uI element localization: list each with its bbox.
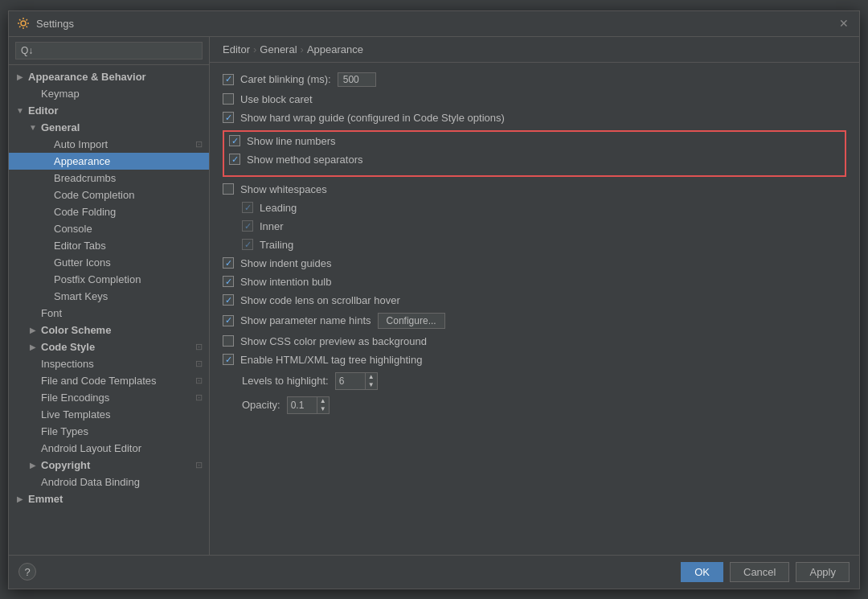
setting-row-show-param-hints: Show parameter name hintsConfigure... (223, 313, 846, 329)
checkbox-enable-html-xml[interactable] (223, 354, 234, 365)
sidebar-item-console[interactable]: Console (9, 220, 209, 237)
input-caret-blinking[interactable] (338, 72, 376, 87)
sidebar-item-file-types[interactable]: File Types (9, 423, 209, 440)
cancel-button[interactable]: Cancel (730, 562, 789, 582)
label-show-line-numbers: Show line numbers (247, 135, 336, 147)
label-opacity: Opacity: (242, 399, 280, 411)
sidebar-item-keymap[interactable]: Keymap (9, 85, 209, 102)
sidebar-item-android-layout-editor[interactable]: Android Layout Editor (9, 440, 209, 457)
sidebar-item-android-data-binding[interactable]: Android Data Binding (9, 474, 209, 490)
spinner-down-levels-to-highlight[interactable]: ▼ (366, 381, 377, 389)
label-show-intention-bulb: Show intention bulb (240, 276, 331, 288)
checkbox-inner[interactable] (242, 220, 253, 232)
sidebar-item-inspections[interactable]: Inspections⊡ (9, 355, 209, 372)
setting-row-use-block-caret: Use block caret (223, 93, 846, 105)
checkbox-show-line-numbers[interactable] (229, 135, 240, 146)
checkbox-show-code-lens[interactable] (223, 294, 234, 306)
spinner-btns-levels-to-highlight: ▲▼ (365, 373, 377, 389)
checkbox-caret-blinking[interactable] (223, 74, 234, 85)
sidebar-item-font[interactable]: Font (9, 305, 209, 322)
breadcrumb-general: General (260, 43, 297, 55)
sidebar-item-emmet[interactable]: ▶Emmet (9, 490, 209, 507)
sidebar-item-appearance-behavior[interactable]: ▶Appearance & Behavior (9, 68, 209, 85)
checkbox-leading[interactable] (242, 202, 253, 213)
sidebar-item-appearance[interactable]: Appearance (9, 153, 209, 170)
sidebar-item-label: Code Folding (54, 206, 116, 218)
checkbox-show-hard-wrap[interactable] (223, 112, 234, 123)
breadcrumb-appearance: Appearance (307, 43, 363, 55)
arrow-icon (41, 291, 51, 301)
spinner-input-opacity[interactable] (288, 399, 317, 412)
sidebar-item-live-templates[interactable]: Live Templates (9, 406, 209, 423)
ok-button[interactable]: OK (681, 562, 723, 582)
label-inner: Inner (260, 220, 284, 232)
sidebar-item-file-encodings[interactable]: File Encodings⊡ (9, 389, 209, 406)
arrow-icon (28, 443, 38, 453)
sidebar-item-editor[interactable]: ▼Editor (9, 102, 209, 119)
setting-row-show-indent-guides: Show indent guides (223, 257, 846, 269)
checkbox-show-intention-bulb[interactable] (223, 276, 234, 287)
sidebar-item-label: Auto Import (54, 138, 108, 150)
sidebar-item-code-completion[interactable]: Code Completion (9, 187, 209, 203)
sidebar-item-auto-import[interactable]: Auto Import⊡ (9, 136, 209, 153)
sidebar-item-code-folding[interactable]: Code Folding (9, 203, 209, 220)
setting-row-show-intention-bulb: Show intention bulb (223, 276, 846, 288)
checkbox-trailing[interactable] (242, 239, 253, 250)
sidebar-item-label: Android Layout Editor (41, 442, 141, 454)
spinner-input-levels-to-highlight[interactable] (336, 375, 365, 388)
sidebar-item-label: Android Data Binding (41, 476, 140, 488)
sidebar-item-postfix-completion[interactable]: Postfix Completion (9, 271, 209, 288)
label-show-code-lens: Show code lens on scrollbar hover (240, 294, 400, 306)
sidebar-item-label: Code Completion (54, 189, 134, 201)
checkbox-show-css-color[interactable] (223, 335, 234, 347)
search-box (9, 37, 209, 65)
sidebar-item-code-style[interactable]: ▶Code Style⊡ (9, 338, 209, 355)
configure-button[interactable]: Configure... (378, 313, 445, 329)
sidebar-item-editor-tabs[interactable]: Editor Tabs (9, 237, 209, 254)
arrow-icon (41, 139, 51, 149)
close-button[interactable]: ✕ (837, 16, 851, 31)
arrow-icon: ▶ (15, 72, 25, 81)
checkbox-show-method-separators[interactable] (229, 154, 240, 165)
sidebar-item-general[interactable]: ▼General (9, 119, 209, 136)
help-button[interactable]: ? (18, 563, 36, 581)
sidebar-item-color-scheme[interactable]: ▶Color Scheme (9, 322, 209, 338)
arrow-icon (28, 409, 38, 419)
search-input[interactable] (15, 42, 203, 59)
spinner-opacity: ▲▼ (287, 396, 330, 414)
checkbox-show-param-hints[interactable] (223, 315, 234, 326)
arrow-icon: ▼ (15, 105, 25, 115)
arrow-icon (41, 257, 51, 267)
spinner-btns-opacity: ▲▼ (317, 397, 329, 413)
sidebar-item-smart-keys[interactable]: Smart Keys (9, 288, 209, 305)
arrow-icon (28, 88, 38, 98)
setting-row-caret-blinking: Caret blinking (ms): (223, 72, 846, 87)
setting-row-leading: Leading (223, 202, 846, 214)
sidebar-item-label: Color Scheme (41, 324, 111, 336)
sidebar-item-copyright[interactable]: ▶Copyright⊡ (9, 457, 209, 474)
arrow-icon: ▶ (28, 460, 38, 470)
sidebar-item-label: File and Code Templates (41, 375, 157, 387)
spinner-up-levels-to-highlight[interactable]: ▲ (366, 373, 377, 381)
settings-panel: Caret blinking (ms):Use block caretShow … (210, 63, 859, 555)
sidebar-item-label: Smart Keys (54, 290, 108, 302)
sidebar-item-file-code-templates[interactable]: File and Code Templates⊡ (9, 372, 209, 389)
apply-button[interactable]: Apply (796, 562, 850, 582)
spinner-up-opacity[interactable]: ▲ (317, 397, 329, 405)
badge-icon: ⊡ (195, 359, 203, 369)
arrow-icon (28, 375, 38, 385)
checkbox-show-indent-guides[interactable] (223, 257, 234, 269)
title-bar: Settings ✕ (9, 11, 859, 37)
sidebar-item-label: Gutter Icons (54, 256, 111, 269)
sidebar-item-breadcrumbs[interactable]: Breadcrumbs (9, 170, 209, 187)
setting-row-inner: Inner (223, 220, 846, 232)
arrow-icon (28, 308, 38, 318)
tree: ▶Appearance & BehaviorKeymap▼Editor▼Gene… (9, 65, 209, 555)
sidebar-item-gutter-icons[interactable]: Gutter Icons (9, 254, 209, 271)
setting-row-opacity: Opacity:▲▼ (223, 396, 846, 414)
sidebar-item-label: Appearance (54, 155, 110, 167)
arrow-icon (41, 207, 51, 216)
checkbox-use-block-caret[interactable] (223, 93, 234, 105)
checkbox-show-whitespaces[interactable] (223, 183, 234, 195)
spinner-down-opacity[interactable]: ▼ (317, 405, 329, 413)
